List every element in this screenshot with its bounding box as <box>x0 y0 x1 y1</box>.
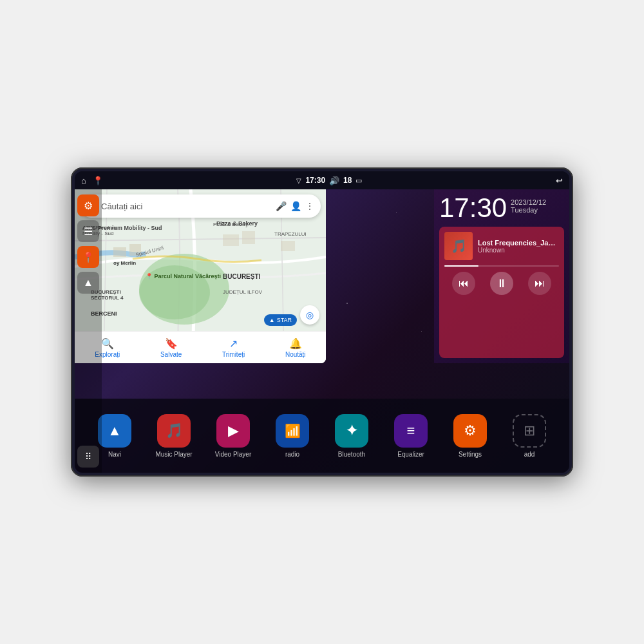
music-icon: 🎵 <box>166 422 183 439</box>
equalizer-icon: ≡ <box>407 422 415 439</box>
map-pin-icon: 📍 <box>82 251 95 263</box>
music-pause-btn[interactable]: ⏸ <box>490 272 513 295</box>
map-panel: 📍 Căutați aici 🎤 👤 ⋮ AXIS Premium Mobili… <box>75 189 326 363</box>
more-icon[interactable]: ⋮ <box>305 201 314 211</box>
right-panel: 17:30 2023/12/12 Tuesday 🎵 Lost Frequenc… <box>434 189 569 363</box>
next-icon: ⏭ <box>535 278 545 289</box>
equalizer-app-icon: ≡ <box>394 414 428 448</box>
status-bar-center: ▽ 17:30 🔊 18 ▭ <box>296 176 362 185</box>
music-album-art: 🎵 <box>444 232 473 260</box>
clock-date: 2023/12/12 <box>511 198 546 206</box>
volume-icon: 🔊 <box>329 176 339 185</box>
status-bar: ⌂ 📍 ▽ 17:30 🔊 18 ▭ ↩ <box>75 171 569 189</box>
map-btn-share[interactable]: ↗ Trimiteți <box>222 337 245 358</box>
account-icon[interactable]: 👤 <box>290 201 301 211</box>
music-text: Lost Frequencies_Janie... Unknown <box>478 239 559 254</box>
music-progress-fill <box>444 265 478 267</box>
music-widget: 🎵 Lost Frequencies_Janie... Unknown ⏮ <box>439 227 564 358</box>
share-icon: ↗ <box>229 337 238 350</box>
map-label-ilfov: JUDEȚUL ILFOV <box>223 289 262 295</box>
map-label-parcul: 📍 Parcul Natural Văcărești <box>146 273 221 279</box>
svg-rect-6 <box>242 231 255 244</box>
sidebar-files-btn[interactable]: ☰ <box>77 220 99 242</box>
clock-day: Tuesday <box>511 206 546 214</box>
battery-icon: ▭ <box>355 176 362 185</box>
map-btn-saved[interactable]: 🔖 Salvate <box>160 337 182 358</box>
saved-icon: 🔖 <box>165 337 178 350</box>
svg-rect-3 <box>113 247 126 257</box>
map-search-bar[interactable]: 📍 Căutați aici 🎤 👤 ⋮ <box>80 194 321 218</box>
music-player-app-icon: 🎵 <box>157 414 191 448</box>
app-item-radio[interactable]: 📶 radio <box>273 414 312 458</box>
svg-rect-5 <box>223 234 239 246</box>
map-location-btn[interactable]: ◎ <box>300 305 319 325</box>
music-next-btn[interactable]: ⏭ <box>528 272 551 295</box>
map-search-text[interactable]: Căutați aici <box>101 202 272 211</box>
bluetooth-icon: ✦ <box>346 422 357 439</box>
settings-app-icon: ⚙ <box>453 414 487 448</box>
bluetooth-app-icon: ✦ <box>335 414 368 448</box>
settings-label: Settings <box>459 451 482 458</box>
mic-icon[interactable]: 🎤 <box>276 201 287 211</box>
explore-icon: 🔍 <box>101 337 114 350</box>
add-app-icon: ⊞ <box>513 414 546 448</box>
home-icon[interactable]: ⌂ <box>81 176 86 185</box>
map-navigate-btn[interactable]: ▲ STAR <box>264 314 297 326</box>
equalizer-label: Equalizer <box>397 451 424 458</box>
bluetooth-label: Bluetooth <box>338 451 365 458</box>
settings-gear-icon: ⚙ <box>464 422 477 439</box>
music-player-label: Music Player <box>155 451 192 458</box>
car-display-device: ⌂ 📍 ▽ 17:30 🔊 18 ▭ ↩ <box>71 167 573 477</box>
main-content: ⚙ ☰ 📍 ▲ ⠿ <box>75 189 569 473</box>
share-label: Trimiteți <box>222 351 245 358</box>
files-icon: ☰ <box>84 225 93 238</box>
target-icon: ◎ <box>306 310 314 320</box>
album-art-icon: 🎵 <box>451 238 467 254</box>
app-item-settings[interactable]: ⚙ Settings <box>451 414 489 458</box>
app-grid: ▲ Navi 🎵 Music Player ▶ Video Player <box>75 399 569 473</box>
radio-icon: 📶 <box>285 423 301 439</box>
music-artist: Unknown <box>478 247 559 254</box>
grid-icon: ⠿ <box>85 451 91 462</box>
sidebar-settings-btn[interactable]: ⚙ <box>77 194 99 216</box>
video-player-app-icon: ▶ <box>216 414 250 448</box>
back-icon[interactable]: ↩ <box>556 176 563 185</box>
sidebar-navi-btn[interactable]: ▲ <box>77 272 99 294</box>
navigate-icon: ▲ <box>269 317 275 323</box>
sidebar-grid-btn[interactable]: ⠿ <box>77 446 99 468</box>
sidebar-maps-btn[interactable]: 📍 <box>77 246 99 268</box>
saved-label: Salvate <box>160 351 182 358</box>
music-prev-btn[interactable]: ⏮ <box>452 272 475 295</box>
video-player-label: Video Player <box>215 451 252 458</box>
prev-icon: ⏮ <box>459 278 469 289</box>
navi-label: Navi <box>108 451 121 458</box>
settings-icon: ⚙ <box>84 200 93 212</box>
map-bottom-bar: 🔍 Explorați 🔖 Salvate ↗ Trimiteți 🔔 Nout… <box>75 331 326 363</box>
map-label-bucuresti: BUCUREȘTI <box>223 273 260 280</box>
maps-status-icon[interactable]: 📍 <box>93 176 103 185</box>
battery-level: 18 <box>343 176 352 185</box>
music-controls: ⏮ ⏸ ⏭ <box>444 272 559 295</box>
navi-app-icon: ▲ <box>98 414 131 448</box>
app-item-music-player[interactable]: 🎵 Music Player <box>155 414 193 458</box>
map-btn-news[interactable]: 🔔 Noutăți <box>285 337 306 358</box>
clock-time: 17:30 <box>439 194 507 222</box>
video-icon: ▶ <box>228 422 239 439</box>
wifi-icon: ▽ <box>296 177 301 184</box>
svg-rect-7 <box>281 241 295 251</box>
app-item-bluetooth[interactable]: ✦ Bluetooth <box>332 414 371 458</box>
app-item-add[interactable]: ⊞ add <box>510 414 549 458</box>
music-info: 🎵 Lost Frequencies_Janie... Unknown <box>444 232 559 260</box>
radio-app-icon: 📶 <box>276 414 309 448</box>
clock-section: 17:30 2023/12/12 Tuesday <box>439 194 564 222</box>
radio-label: radio <box>285 451 299 458</box>
status-time: 17:30 <box>305 176 325 185</box>
pause-icon: ⏸ <box>496 277 507 290</box>
app-item-video-player[interactable]: ▶ Video Player <box>214 414 252 458</box>
music-progress-bar <box>444 265 559 267</box>
app-item-equalizer[interactable]: ≡ Equalizer <box>392 414 430 458</box>
navi-icon: ▲ <box>108 422 122 439</box>
music-title: Lost Frequencies_Janie... <box>478 239 559 247</box>
news-icon: 🔔 <box>289 337 302 350</box>
status-bar-right: ↩ <box>556 176 563 185</box>
